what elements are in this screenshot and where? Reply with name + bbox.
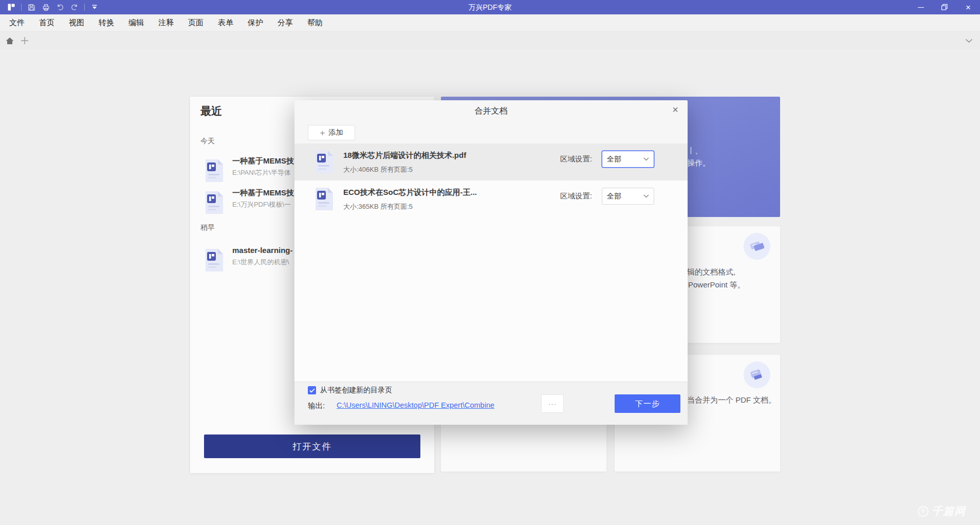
convert-text-fragment: 辑的文档格式, bbox=[687, 267, 735, 277]
convert-text-fragment: PowerPoint 等。 bbox=[688, 280, 745, 290]
menu-home[interactable]: 首页 bbox=[39, 18, 54, 28]
chevron-down-icon bbox=[643, 194, 649, 198]
watermark: 千 千篇网 bbox=[918, 504, 966, 518]
pdf-document-icon bbox=[202, 248, 225, 273]
menu-form[interactable]: 表单 bbox=[218, 18, 233, 28]
menu-comment[interactable]: 注释 bbox=[158, 18, 174, 28]
range-select[interactable]: 全部 bbox=[602, 151, 654, 168]
recent-item-name: 一种基于MEMS技 bbox=[232, 188, 294, 198]
promo-text-fragment: 操作。 bbox=[687, 158, 710, 168]
recent-item-name: master-learning- bbox=[232, 246, 293, 255]
range-label: 区域设置: bbox=[560, 154, 592, 164]
merge-dialog: 合并文档 × + 添加 18微米芯片后端设计的相关技术.pdf 大小:406KB… bbox=[294, 100, 688, 425]
chevron-down-icon bbox=[643, 157, 649, 161]
file-row[interactable]: ECO技术在SoC芯片设计中的应用-王... 大小:365KB 所有页面:5 区… bbox=[294, 180, 688, 218]
menu-bar: 文件 首页 视图 转换 编辑 注释 页面 表单 保护 分享 帮助 bbox=[0, 14, 980, 32]
pdf-document-icon bbox=[313, 187, 334, 211]
recent-item-path: E:\万兴PDF\模板\一 bbox=[232, 200, 291, 209]
window-title: 万兴PDF专家 bbox=[0, 0, 980, 14]
menu-protect[interactable]: 保护 bbox=[248, 18, 263, 28]
file-meta: 大小:406KB 所有页面:5 bbox=[343, 165, 413, 174]
minimize-button[interactable] bbox=[909, 0, 933, 14]
recent-title: 最近 bbox=[200, 104, 222, 118]
toc-checkbox-label: 从书签创建新的目录页 bbox=[320, 386, 392, 395]
file-meta: 大小:365KB 所有页面:5 bbox=[343, 202, 413, 211]
menu-convert[interactable]: 转换 bbox=[99, 18, 114, 28]
new-tab-button[interactable] bbox=[20, 35, 30, 46]
watermark-logo: 千 bbox=[918, 506, 929, 517]
range-select-value: 全部 bbox=[607, 155, 621, 164]
home-tab[interactable] bbox=[4, 35, 15, 46]
watermark-text: 千篇网 bbox=[932, 504, 966, 518]
app-window: 万兴PDF专家 × 文件 首页 视图 转换 编辑 注释 页面 表单 保护 分享 … bbox=[0, 0, 980, 525]
merge-icon bbox=[744, 361, 770, 388]
pdf-document-icon bbox=[313, 150, 334, 174]
maximize-button[interactable] bbox=[933, 0, 956, 14]
dialog-title: 合并文档 bbox=[294, 106, 688, 117]
section-earlier: 稍早 bbox=[200, 223, 215, 232]
add-button-label: 添加 bbox=[328, 128, 343, 137]
range-select[interactable]: 全部 bbox=[602, 188, 654, 205]
dialog-footer: 从书签创建新的目录页 输出: C:\Users\LINING\Desktop\P… bbox=[294, 382, 688, 425]
menu-help[interactable]: 帮助 bbox=[307, 18, 323, 28]
plus-icon: + bbox=[320, 129, 325, 137]
file-list: 18微米芯片后端设计的相关技术.pdf 大小:406KB 所有页面:5 区域设置… bbox=[294, 143, 688, 382]
output-label: 输出: bbox=[308, 401, 325, 411]
recent-item-path: E:\世界人民的机密\ bbox=[232, 258, 289, 267]
add-file-button[interactable]: + 添加 bbox=[308, 125, 355, 140]
promo-text-fragment: 丨、 bbox=[687, 146, 702, 156]
file-name: ECO技术在SoC芯片设计中的应用-王... bbox=[343, 188, 477, 197]
title-bar: 万兴PDF专家 × bbox=[0, 0, 980, 14]
menu-page[interactable]: 页面 bbox=[188, 18, 204, 28]
range-select-value: 全部 bbox=[607, 192, 621, 201]
close-button[interactable]: × bbox=[956, 0, 980, 14]
browse-button[interactable]: ··· bbox=[541, 394, 564, 413]
tab-strip bbox=[0, 32, 980, 49]
recent-item-path: E:\PAN\芯片\半导体 bbox=[232, 168, 291, 177]
pdf-document-icon bbox=[202, 158, 225, 183]
chevron-down-icon[interactable] bbox=[964, 35, 974, 46]
convert-icon bbox=[744, 233, 770, 260]
section-today: 今天 bbox=[200, 137, 215, 146]
open-file-button[interactable]: 打开文件 bbox=[204, 435, 420, 458]
output-path-link[interactable]: C:\Users\LINING\Desktop\PDF Expert\Combi… bbox=[337, 401, 494, 409]
pdf-document-icon bbox=[202, 190, 225, 215]
range-label: 区域设置: bbox=[560, 191, 592, 201]
menu-view[interactable]: 视图 bbox=[69, 18, 84, 28]
menu-edit[interactable]: 编辑 bbox=[128, 18, 144, 28]
next-button[interactable]: 下一步 bbox=[615, 394, 680, 413]
menu-file[interactable]: 文件 bbox=[9, 18, 25, 28]
file-name: 18微米芯片后端设计的相关技术.pdf bbox=[343, 151, 466, 160]
menu-share[interactable]: 分享 bbox=[278, 18, 293, 28]
merge-text-fragment: 当合并为一个 PDF 文档。 bbox=[687, 395, 776, 405]
dialog-close-icon[interactable]: × bbox=[669, 103, 681, 116]
file-row[interactable]: 18微米芯片后端设计的相关技术.pdf 大小:406KB 所有页面:5 区域设置… bbox=[294, 143, 688, 180]
toc-checkbox[interactable] bbox=[308, 386, 316, 394]
recent-item-name: 一种基于MEMS技 bbox=[232, 156, 294, 166]
